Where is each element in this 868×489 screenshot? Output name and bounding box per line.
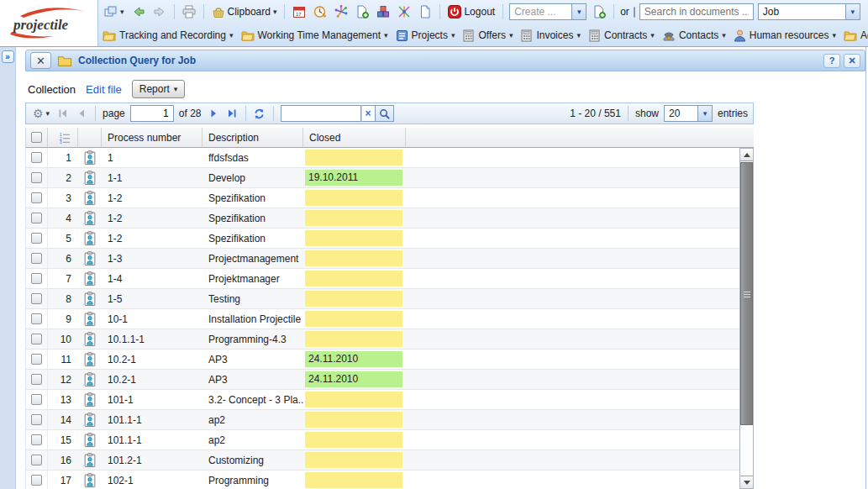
row-icon-cell[interactable] [78,249,102,268]
row-checkbox[interactable] [31,233,42,244]
apply-filter-button[interactable] [376,105,394,122]
favorites-button[interactable] [333,3,350,20]
table-scrollbar[interactable] [739,148,754,489]
help-button[interactable]: ? [823,54,840,68]
row-checkbox[interactable] [31,334,42,344]
window-layers-button[interactable]: ▾ [103,3,126,20]
table-row[interactable]: 11 10.2-1 AP3 24.11.2010 [26,350,739,370]
table-row[interactable]: 3 1-2 Spezifikation [26,188,739,208]
table-row[interactable]: 16 101.2-1 Customizing [26,450,739,471]
print-button[interactable] [181,3,197,20]
row-icon-cell[interactable] [78,329,102,349]
logout-button[interactable]: Logout [446,3,497,20]
row-checkbox[interactable] [31,475,42,486]
table-row[interactable]: 13 101-1 3.2- Concept - 3 Pla... [26,390,739,410]
row-icon-cell[interactable] [78,410,102,429]
row-checkbox[interactable] [31,172,42,183]
panel-close-button[interactable]: ✕ [30,52,51,69]
table-row[interactable]: 17 102-1 Programming [26,471,739,489]
page-size-select[interactable]: 20 ▾ [664,105,713,122]
clipboard-menu-button[interactable]: Clipboard ▾ [210,3,279,20]
forward-button[interactable] [151,3,168,20]
scroll-down-button[interactable] [740,476,753,488]
row-icon-cell[interactable] [78,229,102,248]
row-checkbox[interactable] [31,152,42,163]
page-button[interactable] [417,3,434,20]
row-checkbox[interactable] [31,354,42,365]
page-number-input[interactable] [130,105,174,122]
row-checkbox[interactable] [31,192,42,203]
search-documents-input[interactable] [639,3,754,20]
row-icon-cell[interactable] [78,289,102,308]
split-button[interactable] [396,3,413,20]
row-checkbox[interactable] [31,293,42,304]
column-header-closed[interactable]: Closed [303,128,406,147]
column-header-process-number[interactable]: Process number [102,128,203,147]
menu-offers[interactable]: Offers ▾ [462,29,513,42]
modules-button[interactable] [375,3,392,20]
grid-filter-input[interactable] [281,105,361,122]
row-icon-cell[interactable] [78,390,102,409]
refresh-button[interactable] [253,107,266,120]
row-checkbox[interactable] [31,313,42,324]
row-icon-cell[interactable] [78,471,102,489]
create-select[interactable]: Create ... ▾ [509,3,587,20]
row-checkbox[interactable] [31,213,42,223]
or-checkbox[interactable] [634,7,635,18]
menu-tracking-and-recording[interactable]: Tracking and Recording ▾ [103,29,234,42]
next-page-button[interactable] [207,107,220,120]
table-row[interactable]: 14 101.1-1 ap2 [26,410,739,430]
row-icon-cell[interactable] [78,208,102,228]
clear-filter-button[interactable]: × [361,105,376,122]
menu-projects[interactable]: Projects ▾ [396,29,455,42]
row-icon-cell[interactable] [78,430,102,450]
menu-human-resources[interactable]: Human resources ▾ [734,29,836,42]
row-icon-cell[interactable] [78,350,102,369]
menu-invoices[interactable]: Invoices ▾ [520,29,581,42]
row-icon-cell[interactable] [78,188,102,208]
prev-page-button[interactable] [75,107,88,120]
table-row[interactable]: 5 1-2 Spezifikation [26,229,739,249]
row-number-header[interactable]: 1 2 3 [48,128,78,147]
sidebar-expand-button[interactable]: » [2,50,14,63]
table-row[interactable]: 2 1-1 Develop 19.10.2011 [26,168,739,188]
row-checkbox[interactable] [31,253,42,264]
menu-contacts[interactable]: Contacts ▾ [662,29,726,41]
table-row[interactable]: 12 10.2-1 AP3 24.11.2010 [26,370,739,390]
row-icon-cell[interactable] [78,450,102,470]
menu-working-time-management[interactable]: Working Time Management ▾ [241,29,388,42]
table-row[interactable]: 6 1-3 Projectmanagement [26,249,739,269]
row-icon-cell[interactable] [78,370,102,389]
row-checkbox[interactable] [31,374,42,385]
menu-contracts[interactable]: Contracts ▾ [588,29,655,42]
menu-administration[interactable]: Administration ▾ [844,29,868,42]
last-page-button[interactable] [225,107,239,120]
time-tracking-button[interactable] [312,3,329,20]
doc-type-select[interactable]: Job ▾ [758,3,860,20]
row-checkbox[interactable] [31,455,42,465]
row-icon-cell[interactable] [78,148,102,167]
report-button[interactable]: Report ▾ [132,80,186,98]
row-checkbox[interactable] [31,414,42,425]
scrollbar-thumb[interactable] [740,162,753,425]
scroll-up-button[interactable] [740,149,753,161]
table-row[interactable]: 15 101.1-1 ap2 [26,430,739,450]
select-all-checkbox[interactable] [31,132,42,143]
row-icon-cell[interactable] [78,168,102,187]
grid-settings-button[interactable]: ⚙ ▾ [31,106,51,121]
row-checkbox[interactable] [31,273,42,284]
close-tab-button[interactable]: ✕ [844,54,860,68]
table-row[interactable]: 1 1 ffdsfsdas [26,148,739,168]
table-row[interactable]: 8 1-5 Testing [26,289,739,309]
calendar-button[interactable]: 17 [291,3,308,20]
first-page-button[interactable] [56,107,70,120]
row-checkbox[interactable] [31,434,42,445]
edit-file-link[interactable]: Edit file [86,83,122,96]
table-row[interactable]: 10 10.1.1-1 Programming-4.3 [26,329,739,350]
row-checkbox[interactable] [31,394,42,405]
row-icon-cell[interactable] [78,269,102,288]
table-row[interactable]: 9 10-1 Installation Projectile [26,309,739,329]
create-document-button[interactable] [591,3,608,20]
row-icon-cell[interactable] [78,309,102,329]
column-header-description[interactable]: Description [203,128,303,147]
